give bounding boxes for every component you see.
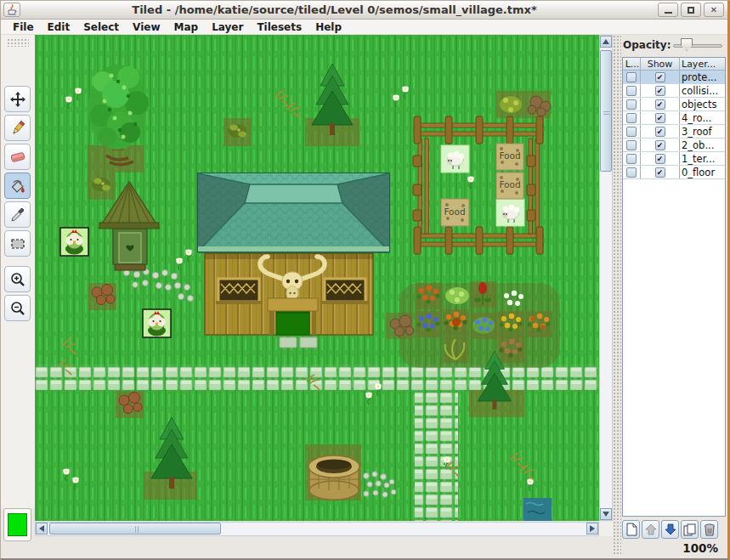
zoom-in-tool-button[interactable] — [4, 266, 31, 292]
menu-layer[interactable]: Layer — [205, 21, 250, 33]
java-app-icon[interactable] — [3, 3, 20, 17]
window-title: Tiled - /home/katie/source/tiled/Level 0… — [26, 3, 642, 16]
opacity-slider[interactable] — [673, 37, 722, 54]
down-arrow-icon — [603, 512, 609, 517]
layer-row-0-floor[interactable]: ✔ 0_floor — [623, 166, 725, 179]
lock-checkbox[interactable] — [626, 99, 637, 110]
marquee-icon — [9, 235, 26, 252]
layer-row-protection[interactable]: ✔ prote... — [623, 71, 725, 84]
menu-map[interactable]: Map — [167, 21, 206, 33]
layer-row-objects[interactable]: ✔ objects — [623, 98, 725, 111]
lock-checkbox[interactable] — [626, 86, 637, 96]
show-checkbox[interactable]: ✔ — [655, 167, 665, 178]
draw-tool-button[interactable] — [4, 115, 31, 141]
layer-name[interactable]: collisi... — [680, 84, 725, 97]
layer-row-collision[interactable]: ✔ collisi... — [623, 84, 725, 98]
horizontal-scrollbar[interactable] — [35, 522, 599, 536]
layer-name[interactable]: 2_ob... — [680, 139, 725, 151]
layer-row-4-ro[interactable]: ✔ 4_ro... — [623, 111, 725, 125]
layer-row-2-ob[interactable]: ✔ 2_ob... — [623, 139, 725, 152]
show-checkbox[interactable]: ✔ — [655, 127, 665, 137]
show-checkbox[interactable]: ✔ — [655, 154, 665, 164]
color-swatch-button[interactable] — [3, 508, 31, 541]
layer-name[interactable]: prote... — [680, 71, 725, 83]
eyedropper-icon — [9, 206, 26, 223]
menu-edit[interactable]: Edit — [41, 21, 77, 33]
opacity-slider-thumb[interactable] — [681, 38, 693, 51]
lock-checkbox[interactable] — [626, 113, 637, 123]
copy-pages-icon — [683, 523, 696, 536]
layer-name[interactable]: 3_roof — [680, 125, 725, 138]
food-tile: Food — [496, 144, 523, 170]
vertical-scroll-thumb[interactable] — [600, 50, 612, 172]
menu-help[interactable]: Help — [308, 21, 348, 33]
water-tile — [523, 498, 552, 521]
title-bar: Tiled - /home/katie/source/tiled/Level 0… — [1, 1, 727, 20]
vertical-scrollbar[interactable] — [599, 35, 613, 521]
zoom-out-tool-button[interactable] — [4, 295, 31, 321]
vertical-stone-path — [415, 390, 458, 521]
scroll-up-button[interactable] — [600, 36, 612, 48]
layers-panel: Opacity: L... Show Layer... ✔ prote... ✔… — [621, 35, 728, 560]
delete-layer-button[interactable] — [700, 520, 718, 539]
new-page-icon — [625, 523, 637, 536]
toolbar-grip[interactable] — [7, 38, 29, 47]
layer-row-3-roof[interactable]: ✔ 3_roof — [623, 125, 725, 139]
scroll-left-button[interactable] — [36, 523, 48, 535]
right-arrow-icon — [590, 525, 595, 532]
column-show[interactable]: Show — [641, 58, 680, 70]
layers-table: L... Show Layer... ✔ prote... ✔ collisi.… — [622, 57, 726, 517]
raise-layer-button[interactable] — [642, 520, 659, 539]
layer-name[interactable]: 1_ter... — [680, 152, 725, 165]
coffee-cup-icon — [6, 4, 18, 15]
maximize-button[interactable] — [681, 3, 701, 17]
add-layer-button[interactable] — [622, 520, 640, 539]
erase-tool-button[interactable] — [4, 144, 31, 170]
rect-select-tool-button[interactable] — [4, 230, 31, 257]
duplicate-layer-button[interactable] — [681, 520, 699, 539]
menu-select[interactable]: Select — [76, 21, 126, 33]
food-sign-label: Food — [499, 179, 520, 189]
menu-view[interactable]: View — [126, 21, 167, 33]
sheep-tile — [441, 145, 469, 173]
eraser-icon — [9, 149, 26, 166]
show-checkbox[interactable]: ✔ — [655, 140, 665, 150]
layer-actions — [622, 520, 718, 539]
minimize-icon — [665, 12, 672, 14]
show-checkbox[interactable]: ✔ — [655, 99, 665, 110]
show-checkbox[interactable]: ✔ — [655, 113, 665, 123]
horizontal-stone-path — [35, 365, 599, 390]
layer-row-1-ter[interactable]: ✔ 1_ter... — [623, 152, 725, 166]
tiled-window: Tiled - /home/katie/source/tiled/Level 0… — [0, 0, 730, 560]
lock-checkbox[interactable] — [626, 140, 637, 150]
close-button[interactable]: ✕ — [704, 3, 724, 17]
scroll-down-button[interactable] — [600, 508, 612, 520]
horizontal-scroll-thumb[interactable] — [49, 523, 221, 535]
lock-checkbox[interactable] — [626, 154, 637, 164]
show-checkbox[interactable]: ✔ — [655, 72, 665, 82]
menu-file[interactable]: File — [6, 21, 41, 33]
map-canvas[interactable]: Food Food Food — [35, 35, 599, 521]
show-checkbox[interactable]: ✔ — [655, 86, 665, 96]
lock-checkbox[interactable] — [626, 127, 637, 137]
eyedropper-tool-button[interactable] — [4, 201, 31, 228]
column-lock[interactable]: L... — [623, 58, 641, 70]
lock-checkbox[interactable] — [626, 72, 637, 82]
move-tool-button[interactable] — [4, 86, 31, 112]
layer-name[interactable]: 0_floor — [680, 166, 725, 178]
layer-name[interactable]: 4_ro... — [680, 111, 725, 124]
scroll-right-button[interactable] — [586, 523, 598, 535]
opacity-slider-track[interactable] — [673, 44, 722, 48]
tool-palette — [1, 35, 35, 508]
minimize-button[interactable] — [658, 3, 678, 17]
npc-chicken-tile — [143, 309, 171, 337]
column-layer[interactable]: Layer... — [680, 58, 725, 70]
lower-layer-button[interactable] — [661, 520, 679, 539]
layer-name[interactable]: objects — [680, 98, 725, 110]
fill-bucket-icon — [9, 178, 26, 195]
menu-tilesets[interactable]: Tilesets — [250, 21, 308, 33]
fill-tool-button[interactable] — [4, 173, 31, 199]
panel-separator[interactable] — [613, 35, 621, 555]
menu-bar: File Edit Select View Map Layer Tilesets… — [1, 20, 727, 35]
lock-checkbox[interactable] — [626, 167, 637, 178]
